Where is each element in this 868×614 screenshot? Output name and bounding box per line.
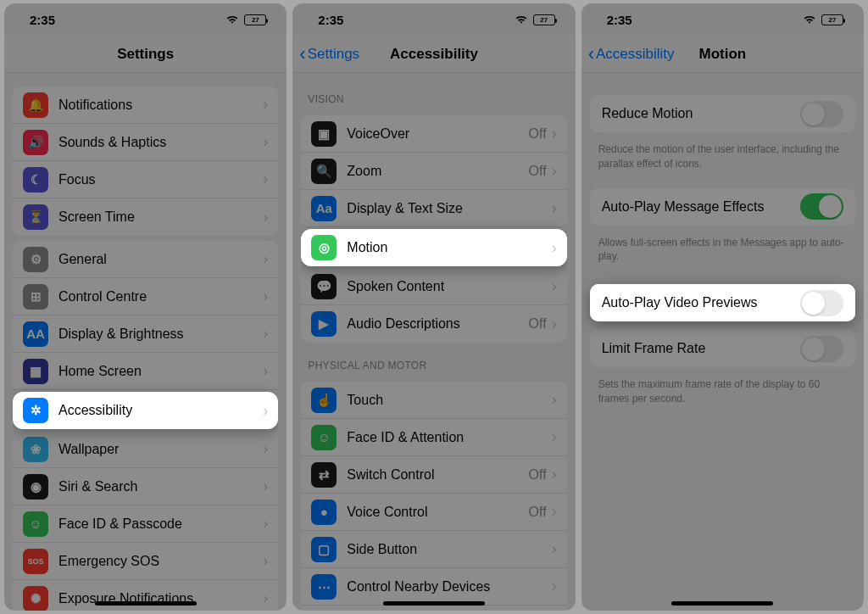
wifi-icon: [515, 14, 528, 25]
home-indicator[interactable]: [383, 601, 485, 606]
row-label: General: [58, 252, 263, 267]
row-faceid[interactable]: ☺Face ID & Passcode›: [13, 505, 278, 543]
row-audiodesc[interactable]: ▶Audio DescriptionsOff›: [301, 305, 566, 343]
reducemotion-toggle[interactable]: [800, 101, 843, 127]
faceid-icon: ☺: [23, 511, 48, 537]
chevron-right-icon: ›: [552, 428, 557, 446]
page-title: Settings: [117, 46, 174, 63]
row-notifications[interactable]: 🔔Notifications›: [13, 87, 278, 124]
row-sos[interactable]: SOSEmergency SOS›: [13, 543, 278, 580]
row-sounds[interactable]: 🔊Sounds & Haptics›: [13, 124, 278, 161]
row-siri[interactable]: ◉Siri & Search›: [13, 468, 278, 505]
row-sidebutton[interactable]: ▢Side Button›: [301, 531, 566, 568]
row-switch[interactable]: ⇄Switch ControlOff›: [301, 456, 566, 494]
row-label: Face ID & Attention: [347, 430, 551, 445]
row-wallpaper[interactable]: ❀Wallpaper›: [13, 431, 278, 468]
row-label: Auto-Play Video Previews: [602, 295, 800, 310]
chevron-right-icon: ›: [263, 440, 268, 458]
row-voiceover[interactable]: ▣VoiceOverOff›: [301, 115, 566, 153]
row-touch[interactable]: ☝Touch›: [301, 382, 566, 419]
row-appletv[interactable]: ▯Apple TV Remote›: [301, 606, 566, 611]
row-label: Reduce Motion: [602, 106, 800, 121]
chevron-right-icon: ›: [552, 540, 557, 558]
row-spoken[interactable]: 💬Spoken Content›: [301, 268, 566, 305]
chevron-right-icon: ›: [552, 578, 557, 595]
row-value: Off: [529, 126, 547, 142]
row-display[interactable]: AADisplay & Brightness›: [13, 315, 278, 353]
spoken-icon: 💬: [311, 274, 337, 299]
nav-bar: ‹ Accessibility Motion: [581, 36, 864, 73]
limitframerate-toggle[interactable]: [800, 336, 843, 362]
row-zoom[interactable]: 🔍ZoomOff›: [301, 153, 566, 190]
sos-icon: SOS: [23, 549, 48, 574]
siri-icon: ◉: [23, 474, 48, 500]
chevron-right-icon: ›: [552, 239, 557, 257]
row-label: Control Centre: [58, 289, 263, 304]
back-button[interactable]: ‹ Accessibility: [588, 45, 675, 64]
page-title: Motion: [698, 46, 746, 63]
chevron-left-icon: ‹: [588, 45, 594, 64]
chevron-right-icon: ›: [552, 391, 557, 409]
row-focus[interactable]: ☾Focus›: [13, 161, 278, 198]
status-time: 2:35: [30, 13, 55, 27]
row-label: Control Nearby Devices: [347, 579, 551, 594]
row-screentime[interactable]: ⏳Screen Time›: [13, 198, 278, 236]
home-indicator[interactable]: [95, 601, 197, 606]
chevron-right-icon: ›: [552, 315, 557, 333]
status-bar: 2:35 27: [581, 3, 864, 36]
wifi-icon: [803, 14, 816, 25]
row-textsize[interactable]: AaDisplay & Text Size›: [301, 190, 566, 227]
motion-icon: ◎: [311, 235, 337, 260]
row-homescreen[interactable]: ▦Home Screen›: [13, 353, 278, 390]
row-autoplaymsg[interactable]: Auto-Play Message Effects: [590, 188, 855, 226]
toggle-group-autoplaymsg: Auto-Play Message Effects: [590, 188, 855, 226]
row-label: Sounds & Haptics: [58, 135, 263, 150]
row-reducemotion[interactable]: Reduce Motion: [590, 95, 855, 132]
status-bar: 2:35 27: [4, 3, 287, 36]
autoplayvideo-toggle[interactable]: [800, 290, 843, 316]
toggle-group-reducemotion: Reduce Motion: [590, 95, 855, 132]
footer-text: Reduce the motion of the user interface,…: [581, 137, 864, 183]
row-general[interactable]: ⚙General›: [13, 241, 278, 278]
chevron-right-icon: ›: [263, 515, 268, 533]
chevron-right-icon: ›: [552, 125, 557, 142]
settings-group: ▣VoiceOverOff›🔍ZoomOff›AaDisplay & Text …: [301, 115, 566, 343]
switch-icon: ⇄: [311, 462, 337, 488]
row-controlcentre[interactable]: ⊞Control Centre›: [13, 278, 278, 315]
touch-icon: ☝: [311, 388, 337, 413]
row-accessibility[interactable]: ✲Accessibility›: [13, 392, 278, 429]
row-label: Motion: [347, 240, 551, 255]
row-label: Emergency SOS: [58, 554, 263, 569]
settings-group: 🔔Notifications›🔊Sounds & Haptics›☾Focus›…: [13, 87, 278, 236]
row-label: Display & Brightness: [58, 327, 263, 342]
general-icon: ⚙: [23, 247, 48, 272]
row-nearby[interactable]: ⋯Control Nearby Devices›: [301, 568, 566, 606]
chevron-right-icon: ›: [552, 162, 557, 180]
row-label: VoiceOver: [347, 126, 528, 142]
settings-group: ⚙General›⊞Control Centre›AADisplay & Bri…: [13, 241, 278, 611]
row-limitframerate[interactable]: Limit Frame Rate: [590, 330, 855, 367]
battery-icon: 27: [533, 14, 555, 25]
battery-icon: 27: [821, 14, 843, 25]
row-label: Touch: [347, 393, 551, 408]
row-label: Audio Descriptions: [347, 316, 528, 332]
toggle-group-autoplayvideo: Auto-Play Video Previews: [590, 284, 855, 321]
chevron-right-icon: ›: [263, 250, 268, 268]
nav-bar: Settings: [4, 36, 287, 73]
footer-text: Sets the maximum frame rate of the displ…: [581, 372, 864, 418]
row-label: Zoom: [347, 164, 528, 179]
autoplaymsg-toggle[interactable]: [800, 193, 843, 220]
homescreen-icon: ▦: [23, 359, 48, 384]
voiceover-icon: ▣: [311, 121, 337, 147]
back-button[interactable]: ‹ Settings: [299, 45, 359, 64]
chevron-right-icon: ›: [552, 199, 557, 217]
row-exposure[interactable]: ✺Exposure Notifications›: [13, 580, 278, 611]
home-indicator[interactable]: [671, 601, 773, 606]
row-voicecontrol[interactable]: ●Voice ControlOff›: [301, 494, 566, 531]
toggle-knob: [802, 338, 825, 360]
row-motion[interactable]: ◎Motion›: [301, 229, 566, 266]
wifi-icon: [225, 14, 239, 25]
screentime-icon: ⏳: [23, 204, 48, 230]
row-faceattention[interactable]: ☺Face ID & Attention›: [301, 419, 566, 456]
row-autoplayvideo[interactable]: Auto-Play Video Previews: [590, 284, 855, 321]
